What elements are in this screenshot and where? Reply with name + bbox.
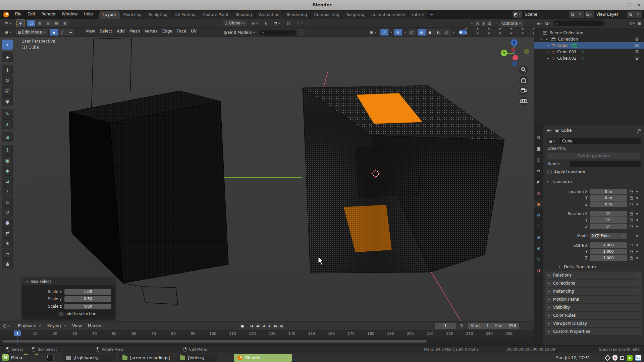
lock-icon[interactable] <box>630 251 633 253</box>
tool-button[interactable]: ⌖ <box>2 40 13 50</box>
scene-selector[interactable]: ◩∨ Scene ⧉ ✕ <box>513 11 584 18</box>
falloff-dropdown[interactable]: ∿∨ <box>294 20 305 26</box>
unity-tray-icon[interactable] <box>604 355 610 361</box>
name-input[interactable] <box>570 161 641 167</box>
panel-grip-icon[interactable]: ∷∷ <box>635 306 639 309</box>
panel-grip-icon[interactable]: ∷∷ <box>635 314 639 317</box>
find-models-dropdown[interactable]: ◍ Find Models ∨ <box>221 29 257 36</box>
tool-button[interactable]: ⇄ <box>2 228 13 238</box>
value-field[interactable]: 0.50 <box>64 296 111 302</box>
face-mode-button[interactable]: ▰ <box>66 29 74 36</box>
value-field[interactable]: 0 m <box>590 189 627 194</box>
topbar-menu[interactable]: Render <box>38 12 59 19</box>
timeline-menu[interactable]: Keying <box>44 321 69 330</box>
timeline-menu[interactable]: View <box>69 321 85 330</box>
mirror-axis-button[interactable]: X <box>475 20 480 26</box>
properties-section[interactable]: ▸ Motion Paths ∷∷ <box>545 296 642 303</box>
transform-orientation-dropdown[interactable]: ∠ Global ∨ <box>223 20 247 26</box>
lock-icon[interactable] <box>630 220 633 222</box>
properties-section[interactable]: ▸ Color Rules ∷∷ <box>545 312 642 319</box>
properties-tab[interactable]: ⧉ <box>535 167 543 174</box>
panel-grip-icon[interactable]: ∷∷ <box>635 298 639 301</box>
expand-icon[interactable]: ► <box>547 57 550 60</box>
properties-tab[interactable]: ◑ <box>535 267 543 274</box>
active-tool-select-box[interactable]: ➤ <box>16 19 24 27</box>
properties-tab[interactable]: ◍ <box>535 189 543 196</box>
tool-button[interactable]: ↥ <box>2 145 13 155</box>
tool-button[interactable]: ∡ <box>2 119 13 129</box>
lock-icon[interactable] <box>630 191 633 193</box>
panel-grip-icon[interactable]: ∷∷ <box>635 274 639 277</box>
terminal-launcher-icon[interactable]: $_ <box>46 355 54 361</box>
workspace-tab[interactable]: Layout <box>99 11 120 19</box>
menu-button[interactable]: M Menu <box>2 354 22 361</box>
tool-button[interactable]: ⊟ <box>2 176 13 186</box>
value-field[interactable]: 1.000 <box>590 255 627 261</box>
properties-tab[interactable]: ∴ <box>535 223 543 230</box>
window-button-screen-recordings[interactable]: [screen_recordings] <box>119 354 173 362</box>
add-to-selection-checkbox[interactable] <box>59 312 63 316</box>
tool-button[interactable]: ● <box>2 218 13 228</box>
transport-button[interactable]: ◀ <box>261 323 266 329</box>
workspace-tab[interactable]: mtree <box>409 11 427 19</box>
viewport-menu[interactable]: UV <box>189 29 199 34</box>
topbar-menu[interactable]: Edit <box>24 12 38 19</box>
window-button-lightworks[interactable]: [Lightworks] <box>62 354 116 362</box>
properties-section[interactable]: ▸ Custom Properties ∷∷ <box>545 328 642 335</box>
camera-view-button[interactable] <box>519 86 528 95</box>
workspace-tab[interactable]: animation nodes <box>368 11 408 19</box>
tool-button[interactable]: + <box>2 52 13 62</box>
gizmo-dropdown-icon[interactable]: ∨ <box>390 31 393 33</box>
timeline-scrollbar[interactable] <box>3 340 427 343</box>
stopwatch-icon[interactable]: ◷ <box>460 323 463 328</box>
lock-icon[interactable] <box>630 245 633 247</box>
outliner-row-cube-002[interactable]: ► ▽ Cube.002 ▽ <box>534 55 644 61</box>
select-mode-extend[interactable]: ⊞ <box>36 20 44 26</box>
transport-button[interactable]: ▶ <box>267 323 272 329</box>
value-field[interactable]: 0° <box>590 211 627 217</box>
animate-dot-icon[interactable] <box>636 203 638 205</box>
delete-view-layer-icon[interactable]: ✕ <box>634 11 642 18</box>
workspace-tab[interactable]: Sculpting <box>145 11 171 19</box>
panel-grip-icon[interactable]: ∷∷ <box>635 330 639 333</box>
tool-button[interactable]: ▣ <box>2 155 13 165</box>
viewport-menu[interactable]: Vertex <box>142 29 160 34</box>
copy-view-layer-icon[interactable]: ⧉ <box>627 11 634 18</box>
outliner-row-collection[interactable]: ▾ ✓ Collection <box>534 36 644 42</box>
pan-button[interactable] <box>519 76 528 85</box>
viewport-menu[interactable]: Edge <box>160 29 175 34</box>
properties-editor-icon[interactable]: ≡∨ <box>547 128 553 133</box>
lock-icon[interactable] <box>630 226 633 228</box>
snap-with-dropdown[interactable]: ⇉∨ <box>272 20 283 26</box>
overlays-dropdown-icon[interactable]: ∨ <box>404 31 407 33</box>
options-dropdown[interactable]: Options∨ <box>500 20 523 27</box>
gizmo-toggle[interactable]: ↗ <box>380 29 388 36</box>
eye-icon[interactable] <box>635 38 639 41</box>
outliner-row-cube-001[interactable]: ► ▽ Cube.001 ▽ <box>534 49 644 55</box>
shading-wireframe-button[interactable]: ◍ <box>418 29 426 36</box>
animate-dot-icon[interactable] <box>636 257 638 259</box>
animate-dot-icon[interactable] <box>636 197 638 199</box>
taskbar-clock[interactable]: Sun Jul 12, 17:51 <box>556 353 590 362</box>
timeline-channel-area[interactable]: › <box>0 338 534 346</box>
animate-dot-icon[interactable] <box>636 191 638 192</box>
tool-button[interactable]: ◆ <box>2 166 13 176</box>
properties-tab[interactable]: ▣ <box>534 200 543 207</box>
window-button-blender[interactable]: Blender <box>234 354 292 362</box>
expand-icon[interactable]: ▾ <box>539 38 543 41</box>
outliner-row-scene-collection[interactable]: Scene Collection <box>534 29 644 36</box>
properties-tab[interactable]: ⚒ <box>535 134 543 141</box>
object-id-icon[interactable]: ▣∨ <box>547 138 558 144</box>
new-collection-icon[interactable]: ⊞ <box>638 21 641 26</box>
tool-settings-icon[interactable]: ≡∨ <box>3 20 14 26</box>
lock-icon[interactable] <box>630 204 633 206</box>
tool-button[interactable]: ↻ <box>2 75 13 85</box>
topbar-menu[interactable]: Window <box>59 12 80 19</box>
tool-button[interactable]: ◱ <box>2 86 13 96</box>
animate-dot-icon[interactable] <box>636 235 638 237</box>
outliner-search-input[interactable]: ⌕ <box>554 20 604 26</box>
transform-panel-header[interactable]: ▾ Transform ∷∷ <box>546 178 641 185</box>
value-field[interactable]: 0 m <box>590 195 627 201</box>
animate-dot-icon[interactable] <box>636 244 638 246</box>
properties-tab[interactable]: ⊗ <box>535 245 543 252</box>
